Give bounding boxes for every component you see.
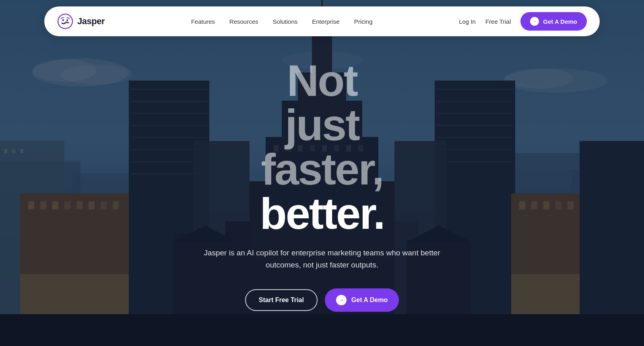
logo-text: Jasper [77, 16, 105, 27]
get-demo-button-nav[interactable]: → Get A Demo [520, 12, 587, 31]
hero-content: Not just faster, better. Jasper is an AI… [0, 0, 644, 346]
headline-line4: better. [260, 191, 384, 236]
arrow-icon-hero: → [336, 295, 347, 305]
nav-link-enterprise[interactable]: Enterprise [312, 18, 339, 25]
start-free-trial-button[interactable]: Start Free Trial [245, 289, 318, 311]
nav-link-resources[interactable]: Resources [229, 18, 258, 25]
headline-line2: just [260, 103, 384, 147]
logo[interactable]: Jasper [57, 13, 105, 29]
navbar-actions: Log In Free Trial → Get A Demo [459, 12, 587, 31]
headline-line3: faster, [260, 147, 384, 191]
svg-point-76 [58, 14, 72, 29]
nav-link-pricing[interactable]: Pricing [354, 18, 373, 25]
get-demo-label-nav: Get A Demo [543, 18, 577, 25]
jasper-logo-icon [57, 13, 73, 29]
svg-point-77 [62, 19, 64, 21]
hero-headline: Not just faster, better. [260, 58, 384, 236]
navbar: Jasper Features Resources Solutions Ente… [44, 6, 600, 36]
nav-link-solutions[interactable]: Solutions [273, 18, 298, 25]
arrow-icon-nav: → [530, 17, 539, 26]
get-demo-label-hero: Get A Demo [351, 296, 388, 304]
free-trial-link[interactable]: Free Trial [485, 18, 511, 25]
nav-links: Features Resources Solutions Enterprise … [191, 18, 373, 25]
headline-line1: Not [260, 58, 384, 103]
login-link[interactable]: Log In [459, 18, 476, 25]
nav-link-features[interactable]: Features [191, 18, 215, 25]
hero-section: Jasper Features Resources Solutions Ente… [0, 0, 644, 346]
hero-cta-buttons: Start Free Trial → Get A Demo [245, 288, 399, 312]
get-demo-button-hero[interactable]: → Get A Demo [325, 288, 399, 312]
svg-point-78 [66, 19, 68, 21]
hero-subtext: Jasper is an AI copilot for enterprise m… [189, 247, 455, 271]
